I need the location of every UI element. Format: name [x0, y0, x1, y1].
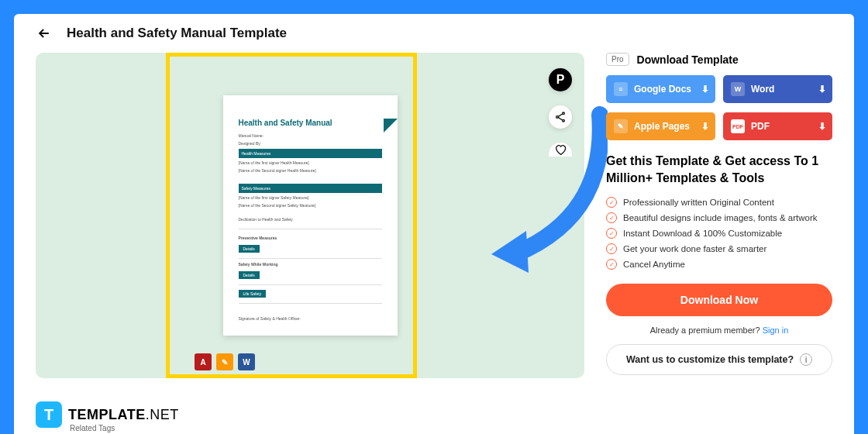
- download-icon: ⬇: [818, 121, 826, 132]
- related-tags-label: Related Tags: [70, 424, 115, 432]
- curved-arrow-icon: [468, 99, 608, 285]
- header-bar: Health and Safety Manual Template: [36, 25, 832, 42]
- feature-item: ✓Professionally written Original Content: [606, 197, 832, 208]
- customize-label: Want us to customize this template?: [626, 354, 794, 365]
- gdocs-icon: ≡: [614, 82, 628, 96]
- pages-file-icon: ✎: [216, 353, 233, 370]
- pro-badge: Pro: [606, 53, 629, 66]
- word-file-icon: W: [238, 353, 255, 370]
- download-apple-pages-button[interactable]: ✎ Apple Pages ⬇: [606, 112, 715, 140]
- check-icon: ✓: [606, 259, 617, 270]
- doc-field: Preventive Measures: [239, 236, 382, 240]
- feature-item: ✓Get your work done faster & smarter: [606, 243, 832, 254]
- doc-chip: Details: [239, 271, 260, 279]
- heart-icon[interactable]: [549, 143, 572, 157]
- download-google-docs-button[interactable]: ≡ Google Docs ⬇: [606, 75, 715, 103]
- download-heading: Download Template: [637, 53, 739, 66]
- member-line: Already a premium member? Sign in: [606, 326, 832, 335]
- logo-mark-icon: T: [36, 401, 62, 428]
- doc-section-bar: Health Measures: [239, 149, 382, 158]
- page-title: Health and Safety Manual Template: [67, 26, 287, 41]
- doc-field: [Name of the first signer Health Measure…: [239, 160, 382, 165]
- doc-chip: Life Safety: [239, 290, 267, 298]
- doc-field: Dedication to Health and Safety: [239, 217, 382, 222]
- check-icon: ✓: [606, 197, 617, 208]
- promo-headline: Get this Template & Get access To 1 Mill…: [606, 153, 832, 186]
- doc-field: Signature of Safety & Health Officer:: [239, 316, 382, 321]
- button-label: Google Docs: [634, 84, 691, 95]
- corner-fold-icon: [384, 119, 398, 133]
- download-pdf-button[interactable]: PDF PDF ⬇: [723, 112, 832, 140]
- check-icon: ✓: [606, 228, 617, 239]
- download-icon: ⬇: [701, 84, 709, 95]
- download-icon: ⬇: [818, 84, 826, 95]
- share-icon[interactable]: [549, 105, 572, 129]
- pages-icon: ✎: [614, 119, 628, 133]
- doc-field: [Name of the Second signer Safety Measur…: [239, 203, 382, 208]
- download-word-button[interactable]: W Word ⬇: [723, 75, 832, 103]
- button-label: Apple Pages: [634, 121, 690, 132]
- feature-list: ✓Professionally written Original Content…: [606, 197, 832, 270]
- pinterest-icon[interactable]: P: [549, 68, 572, 91]
- file-format-icons: A ✎ W: [195, 353, 255, 370]
- pdf-icon: PDF: [731, 119, 745, 133]
- svg-point-1: [556, 116, 559, 119]
- customize-button[interactable]: Want us to customize this template? i: [606, 344, 832, 375]
- word-icon: W: [731, 82, 745, 96]
- info-icon: i: [800, 353, 812, 366]
- doc-field: Manual Name:: [239, 133, 382, 138]
- check-icon: ✓: [606, 212, 617, 223]
- document-preview[interactable]: Health and Safety Manual Manual Name: De…: [223, 95, 398, 336]
- signin-link[interactable]: Sign in: [763, 326, 789, 335]
- doc-field: [Name of the first signer Safety Measure…: [239, 195, 382, 200]
- download-icon: ⬇: [701, 121, 709, 132]
- preview-panel: Health and Safety Manual Manual Name: De…: [36, 53, 584, 378]
- doc-field: [Name of the Second signer Health Measur…: [239, 168, 382, 173]
- feature-item: ✓Cancel Anytime: [606, 259, 832, 270]
- button-label: PDF: [751, 121, 770, 132]
- pdf-file-icon: A: [195, 353, 212, 370]
- doc-chip: Details: [239, 245, 260, 253]
- back-arrow[interactable]: [36, 25, 53, 42]
- svg-point-2: [563, 119, 565, 122]
- download-panel: Pro Download Template ≡ Google Docs ⬇ W …: [606, 53, 832, 378]
- doc-field: Safety While Working: [239, 262, 382, 267]
- check-icon: ✓: [606, 243, 617, 254]
- feature-item: ✓Instant Download & 100% Customizable: [606, 228, 832, 239]
- svg-point-0: [563, 112, 565, 115]
- doc-field: Designed By:: [239, 141, 382, 146]
- doc-title: Health and Safety Manual: [239, 119, 382, 127]
- download-now-button[interactable]: Download Now: [606, 284, 832, 316]
- doc-section-bar: Safety Measures: [239, 184, 382, 193]
- button-label: Word: [751, 84, 774, 95]
- feature-item: ✓Beautiful designs include images, fonts…: [606, 212, 832, 223]
- logo-text: TEMPLATE.NET: [68, 407, 179, 423]
